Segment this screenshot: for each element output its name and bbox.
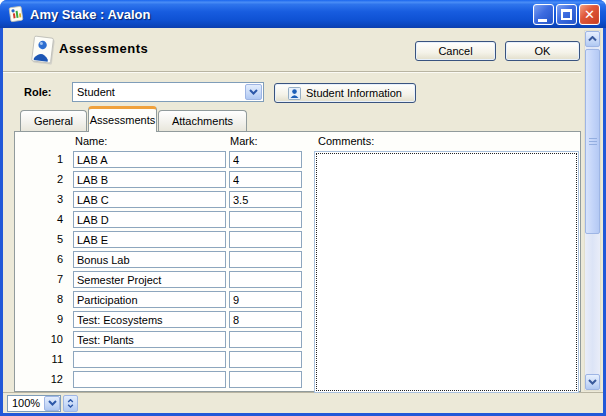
table-row: 4 (15, 210, 315, 230)
name-input[interactable] (73, 351, 226, 368)
name-input[interactable] (73, 151, 226, 168)
page-title: Assessments (59, 41, 148, 56)
minimize-icon (538, 19, 547, 22)
student-information-button[interactable]: Student Information (274, 83, 416, 103)
assessments-icon (27, 34, 57, 66)
name-column-header: Name: (75, 135, 107, 147)
scroll-up-icon[interactable] (585, 31, 600, 47)
mark-input[interactable] (229, 191, 302, 208)
assessments-panel: Name: Mark: Comments: 1 2 3 4 5 6 7 (14, 131, 581, 392)
chevron-down-icon[interactable] (245, 84, 262, 100)
row-number: 3 (33, 193, 63, 205)
row-number: 8 (33, 293, 63, 305)
mark-input[interactable] (229, 251, 302, 268)
app-icon (7, 5, 25, 23)
mark-column-header: Mark: (230, 135, 258, 147)
row-number: 4 (33, 213, 63, 225)
row-number: 10 (33, 333, 63, 345)
name-input[interactable] (73, 211, 226, 228)
zoom-control[interactable]: 100% (7, 395, 61, 412)
vertical-scrollbar[interactable] (584, 30, 601, 391)
name-input[interactable] (73, 231, 226, 248)
name-input[interactable] (73, 291, 226, 308)
status-bar: 100% (3, 392, 603, 413)
dialog-body: Assessments Cancel OK Role: Student Stud… (3, 28, 603, 413)
row-number: 11 (33, 353, 63, 365)
mark-input[interactable] (229, 331, 302, 348)
table-row: 9 (15, 310, 315, 330)
role-label: Role: (24, 86, 52, 98)
row-number: 9 (33, 313, 63, 325)
title-bar[interactable]: Amy Stake : Avalon ✕ (0, 0, 606, 28)
table-row: 12 (15, 370, 315, 390)
comments-label: Comments: (318, 135, 374, 147)
row-number: 6 (33, 253, 63, 265)
table-row: 8 (15, 290, 315, 310)
tab-attachments[interactable]: Attachments (158, 110, 247, 132)
zoom-level: 100% (8, 397, 44, 409)
cancel-button[interactable]: Cancel (415, 41, 496, 61)
zoom-stepper[interactable] (63, 395, 78, 412)
mark-input[interactable] (229, 171, 302, 188)
name-input[interactable] (73, 271, 226, 288)
tab-general[interactable]: General (20, 110, 87, 132)
maximize-icon (561, 9, 572, 20)
name-input[interactable] (73, 311, 226, 328)
header-separator (3, 71, 581, 73)
close-icon: ✕ (580, 5, 599, 24)
mark-input[interactable] (229, 291, 302, 308)
table-row: 7 (15, 270, 315, 290)
row-number: 1 (33, 153, 63, 165)
scrollbar-thumb[interactable] (585, 49, 600, 234)
table-row: 11 (15, 350, 315, 370)
name-input[interactable] (73, 331, 226, 348)
table-row: 3 (15, 190, 315, 210)
dialog-window: Amy Stake : Avalon ✕ Assessments Cancel … (0, 0, 606, 416)
window-title: Amy Stake : Avalon (30, 7, 533, 22)
assessment-rows: 1 2 3 4 5 6 7 8 9 (15, 150, 315, 390)
mark-input[interactable] (229, 371, 302, 388)
mark-input[interactable] (229, 271, 302, 288)
row-number: 5 (33, 233, 63, 245)
person-icon (288, 87, 301, 100)
mark-input[interactable] (229, 351, 302, 368)
zoom-dropdown-icon[interactable] (44, 396, 60, 411)
role-selected-value: Student (73, 86, 244, 98)
table-row: 5 (15, 230, 315, 250)
comments-textarea[interactable] (316, 153, 577, 391)
scrollbar-grip-icon (589, 138, 597, 146)
ok-button[interactable]: OK (505, 41, 580, 61)
mark-input[interactable] (229, 231, 302, 248)
role-select[interactable]: Student (72, 82, 264, 102)
mark-input[interactable] (229, 211, 302, 228)
table-row: 2 (15, 170, 315, 190)
close-button[interactable]: ✕ (579, 4, 600, 25)
student-information-label: Student Information (306, 84, 402, 102)
scroll-down-icon[interactable] (585, 374, 600, 390)
comments-field-frame (314, 151, 579, 393)
name-input[interactable] (73, 191, 226, 208)
row-number: 2 (33, 173, 63, 185)
mark-input[interactable] (229, 311, 302, 328)
maximize-button[interactable] (556, 4, 577, 25)
table-row: 10 (15, 330, 315, 350)
row-number: 7 (33, 273, 63, 285)
minimize-button[interactable] (533, 4, 554, 25)
table-row: 6 (15, 250, 315, 270)
name-input[interactable] (73, 171, 226, 188)
mark-input[interactable] (229, 151, 302, 168)
table-row: 1 (15, 150, 315, 170)
name-input[interactable] (73, 371, 226, 388)
name-input[interactable] (73, 251, 226, 268)
row-number: 12 (33, 373, 63, 385)
tab-assessments[interactable]: Assessments (88, 106, 157, 132)
